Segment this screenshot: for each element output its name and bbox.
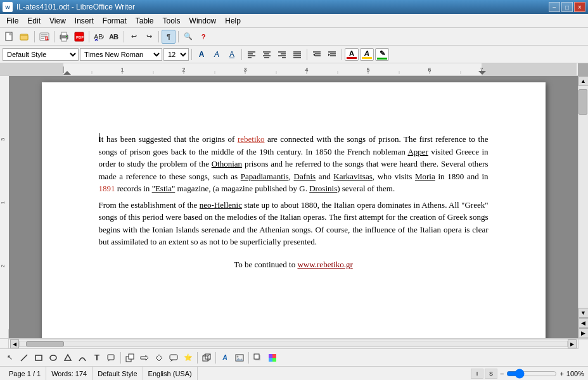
vertical-scrollbar[interactable]: ▲ ▼ ◀ ▶ bbox=[578, 76, 588, 338]
word-estia: "Estia" bbox=[152, 184, 176, 193]
shadow-button[interactable] bbox=[251, 351, 265, 365]
scroll-next-button[interactable]: ▶ bbox=[578, 328, 589, 338]
underline-button[interactable]: A bbox=[225, 48, 239, 61]
fmt-sep-2 bbox=[241, 49, 242, 60]
scroll-right-button[interactable]: ▶ bbox=[568, 339, 577, 348]
zoom-minus[interactable]: − bbox=[500, 370, 504, 377]
menu-bar: File Edit View Insert Format Table Tools… bbox=[0, 14, 588, 28]
website-url[interactable]: www.rebetiko.gr bbox=[297, 260, 352, 269]
zoom-slider[interactable] bbox=[506, 370, 557, 377]
italic-button[interactable]: A bbox=[210, 48, 224, 61]
text-tool[interactable]: T bbox=[90, 351, 104, 365]
scroll-down-button[interactable]: ▼ bbox=[578, 308, 589, 318]
fmt-sep-4 bbox=[342, 49, 342, 60]
style-select[interactable]: Default Style bbox=[3, 48, 79, 61]
align-justify-button[interactable] bbox=[290, 48, 304, 61]
font-color-button[interactable]: A bbox=[345, 48, 359, 61]
fontwork-button[interactable]: A bbox=[218, 351, 232, 365]
word-drosinis: Drosinis bbox=[309, 184, 337, 193]
line-tool[interactable] bbox=[17, 351, 31, 365]
align-center-button[interactable] bbox=[260, 48, 274, 61]
horizontal-scrollbar[interactable]: ◀ ▶ bbox=[9, 339, 578, 348]
align-left-button[interactable] bbox=[245, 48, 259, 61]
color-fill-button[interactable] bbox=[265, 351, 279, 365]
pointer-tool[interactable]: ↖ bbox=[3, 351, 16, 365]
svg-line-74 bbox=[21, 355, 27, 361]
svg-rect-97 bbox=[272, 354, 276, 358]
svg-rect-12 bbox=[61, 32, 67, 35]
menu-tools[interactable]: Tools bbox=[159, 15, 184, 27]
document-area[interactable]: It has been suggested that the origins o… bbox=[9, 76, 578, 338]
spellcheck-button[interactable]: ABC bbox=[92, 30, 106, 44]
scroll-up-button[interactable]: ▲ bbox=[578, 76, 589, 86]
insert-mode-btn[interactable]: I bbox=[471, 369, 483, 379]
menu-help[interactable]: Help bbox=[221, 15, 245, 27]
font-select[interactable]: Times New Roman bbox=[80, 48, 162, 61]
svg-text:3: 3 bbox=[0, 137, 6, 141]
open-button[interactable] bbox=[18, 30, 32, 44]
edit-button[interactable] bbox=[37, 30, 51, 44]
title-bar-left: W IL-ates4101.odt - LibreOffice Writer bbox=[3, 2, 135, 12]
menu-file[interactable]: File bbox=[3, 15, 22, 27]
stars-button[interactable]: ⭐ bbox=[181, 351, 195, 365]
language-text: English (USA) bbox=[148, 370, 192, 377]
new-button[interactable] bbox=[3, 30, 16, 44]
print-button[interactable] bbox=[57, 30, 71, 44]
scroll-h-track[interactable] bbox=[19, 341, 568, 347]
highlight-color-button[interactable]: A bbox=[360, 48, 374, 61]
paragraph-2: From the establishment of the neo-Hellen… bbox=[99, 199, 489, 248]
block-arrows-button[interactable] bbox=[137, 351, 151, 365]
rect-tool[interactable] bbox=[32, 351, 46, 365]
fmt-sep-1 bbox=[191, 49, 192, 60]
scroll-left-button[interactable]: ◀ bbox=[10, 339, 19, 348]
style-indicator: Default Style bbox=[93, 367, 143, 380]
document-page[interactable]: It has been suggested that the origins o… bbox=[42, 82, 546, 338]
maximize-button[interactable]: □ bbox=[561, 2, 573, 12]
svg-text:ABC: ABC bbox=[94, 33, 104, 41]
zoom-plus[interactable]: + bbox=[559, 370, 563, 377]
basic-shapes-button[interactable] bbox=[123, 351, 137, 365]
svg-rect-14 bbox=[66, 36, 67, 37]
zoom-button[interactable]: 🔍 bbox=[181, 30, 195, 44]
menu-format[interactable]: Format bbox=[99, 15, 131, 27]
scroll-h-thumb[interactable] bbox=[26, 341, 64, 346]
menu-view[interactable]: View bbox=[46, 15, 70, 27]
minimize-button[interactable]: − bbox=[549, 2, 560, 12]
curve-tool[interactable] bbox=[75, 351, 89, 365]
word-othonian: Othonian bbox=[212, 159, 242, 168]
menu-window[interactable]: Window bbox=[186, 15, 220, 27]
callouts-button[interactable] bbox=[167, 351, 181, 365]
scroll-track[interactable] bbox=[578, 86, 588, 308]
toolbar-sep-1 bbox=[34, 31, 35, 42]
align-right-button[interactable] bbox=[275, 48, 289, 61]
undo-button[interactable]: ↩ bbox=[127, 30, 141, 44]
polygon-tool[interactable] bbox=[61, 351, 75, 365]
insert-pic-button[interactable] bbox=[233, 351, 246, 365]
scroll-thumb[interactable] bbox=[578, 89, 587, 115]
close-button[interactable]: × bbox=[574, 2, 585, 12]
redo-button[interactable]: ↪ bbox=[142, 30, 156, 44]
svg-rect-84 bbox=[170, 355, 177, 360]
menu-edit[interactable]: Edit bbox=[23, 15, 44, 27]
autocorrect-button[interactable]: AB bbox=[107, 30, 121, 44]
app-icon: W bbox=[3, 2, 13, 12]
select-mode-btn[interactable]: S bbox=[485, 369, 497, 379]
bold-button[interactable]: A bbox=[195, 48, 208, 61]
scroll-prev-button[interactable]: ◀ bbox=[578, 318, 589, 328]
indent-button[interactable] bbox=[325, 48, 339, 61]
callout-tool[interactable] bbox=[105, 351, 118, 365]
outdent-button[interactable] bbox=[310, 48, 324, 61]
menu-table[interactable]: Table bbox=[132, 15, 158, 27]
char-highlight-button[interactable]: ✎ bbox=[375, 48, 389, 61]
font-size-select[interactable]: 12 bbox=[163, 48, 189, 61]
pdf-button[interactable]: PDF bbox=[72, 30, 86, 44]
flowchart-button[interactable] bbox=[152, 351, 166, 365]
help-button[interactable]: ? bbox=[196, 30, 210, 44]
toggle-formatting[interactable]: ¶ bbox=[162, 30, 176, 44]
extrusion-button[interactable] bbox=[200, 351, 214, 365]
ellipse-tool[interactable] bbox=[46, 351, 60, 365]
menu-insert[interactable]: Insert bbox=[71, 15, 98, 27]
title-bar-buttons[interactable]: − □ × bbox=[549, 2, 585, 12]
svg-rect-96 bbox=[269, 354, 272, 358]
left-ruler: 1 2 3 bbox=[0, 76, 9, 338]
